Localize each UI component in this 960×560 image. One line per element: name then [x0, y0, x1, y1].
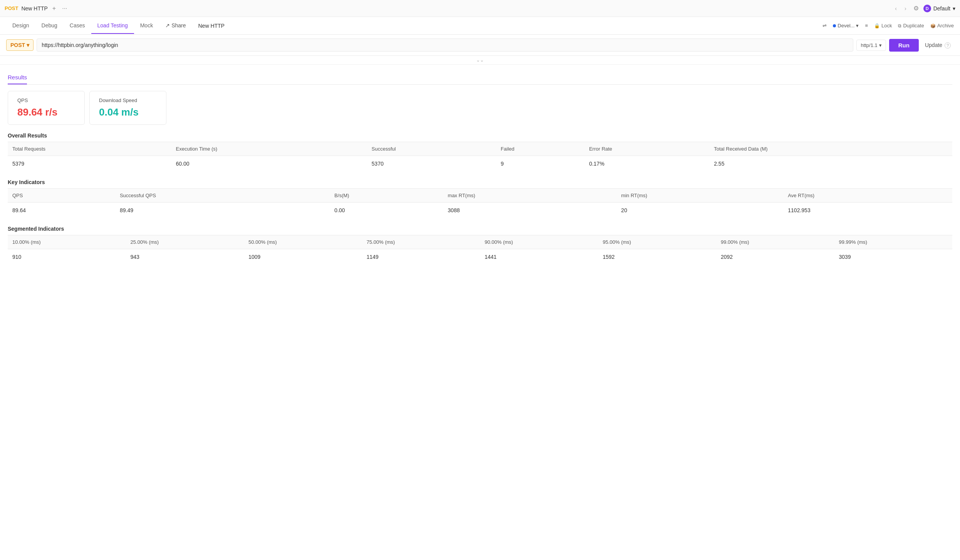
url-input[interactable]	[37, 39, 853, 52]
table-cell: 1009	[244, 249, 362, 265]
nav-forward-button[interactable]: ›	[902, 5, 909, 12]
segmented-indicators-header-row: 10.00% (ms) 25.00% (ms) 50.00% (ms) 75.0…	[8, 235, 952, 249]
update-button[interactable]: Update ?	[922, 40, 954, 51]
col-min-rt: min RT(ms)	[616, 189, 783, 203]
table-cell: 20	[616, 203, 783, 218]
title-bar-right: ‹ › ⚙ D Default ▾	[893, 4, 955, 13]
more-options-button[interactable]: ···	[60, 4, 69, 13]
col-25pct: 25.00% (ms)	[126, 235, 244, 249]
add-tab-button[interactable]: +	[51, 4, 57, 13]
table-cell: 5379	[8, 156, 171, 172]
lock-button[interactable]: Lock	[874, 23, 892, 29]
table-row: 537960.00537090.17%2.55	[8, 156, 952, 172]
duplicate-icon	[898, 23, 901, 29]
col-qps: QPS	[8, 189, 115, 203]
help-icon: ?	[945, 42, 951, 49]
table-cell: 1441	[480, 249, 598, 265]
profile-name: Default	[933, 5, 950, 12]
col-bs-m: B/s(M)	[330, 189, 443, 203]
table-cell: 89.49	[115, 203, 330, 218]
archive-button[interactable]: Archive	[930, 23, 954, 29]
align-icon: ⇌	[822, 23, 827, 29]
col-total-received-data: Total Received Data (M)	[709, 142, 952, 156]
duplicate-button[interactable]: Duplicate	[898, 23, 924, 29]
env-selector[interactable]: Devel... ▾	[833, 23, 859, 29]
results-tabs: Results	[8, 71, 952, 85]
table-cell: 3088	[443, 203, 616, 218]
title-method-badge: POST	[5, 5, 18, 11]
profile-badge[interactable]: D Default ▾	[923, 5, 955, 12]
col-max-rt: max RT(ms)	[443, 189, 616, 203]
table-row: 910943100911491441159220923039	[8, 249, 952, 265]
download-speed-value: 0.04 m/s	[99, 106, 157, 118]
table-cell: 89.64	[8, 203, 115, 218]
download-speed-card: Download Speed 0.04 m/s	[89, 91, 166, 125]
table-cell: 1592	[598, 249, 717, 265]
settings-button[interactable]: ⚙	[912, 4, 920, 13]
lock-icon	[874, 23, 880, 29]
segmented-indicators-table: 10.00% (ms) 25.00% (ms) 50.00% (ms) 75.0…	[8, 235, 952, 265]
request-title: New HTTP	[192, 18, 231, 34]
tab-mock[interactable]: Mock	[134, 18, 159, 34]
method-dropdown-icon: ▾	[27, 42, 29, 48]
method-select[interactable]: POST ▾	[6, 39, 34, 51]
col-ave-rt: Ave RT(ms)	[783, 189, 952, 203]
col-50pct: 50.00% (ms)	[244, 235, 362, 249]
collapse-toggle[interactable]: ⌄⌄	[0, 56, 960, 65]
tab-design[interactable]: Design	[6, 18, 35, 34]
overall-results-header-row: Total Requests Execution Time (s) Succes…	[8, 142, 952, 156]
key-indicators-table: QPS Successful QPS B/s(M) max RT(ms) min…	[8, 188, 952, 218]
col-failed: Failed	[496, 142, 584, 156]
table-cell: 9	[496, 156, 584, 172]
archive-icon	[930, 23, 936, 29]
protocol-select[interactable]: http/1.1 ▾	[856, 40, 886, 51]
col-9999pct: 99.99% (ms)	[834, 235, 953, 249]
tab-cases[interactable]: Cases	[64, 18, 91, 34]
table-cell: 1149	[362, 249, 480, 265]
tab-bar: Design Debug Cases Load Testing Mock ↗ S…	[0, 17, 960, 35]
tab-load-testing[interactable]: Load Testing	[91, 18, 134, 34]
table-cell: 910	[8, 249, 126, 265]
table-cell: 2092	[716, 249, 834, 265]
results-area: Results QPS 89.64 r/s Download Speed 0.0…	[0, 65, 960, 278]
table-cell: 0.17%	[584, 156, 709, 172]
key-indicators-header-row: QPS Successful QPS B/s(M) max RT(ms) min…	[8, 189, 952, 203]
table-cell: 0.00	[330, 203, 443, 218]
qps-value: 89.64 r/s	[17, 106, 75, 118]
col-95pct: 95.00% (ms)	[598, 235, 717, 249]
col-total-requests: Total Requests	[8, 142, 171, 156]
protocol-label: http/1.1	[861, 42, 877, 48]
qps-card: QPS 89.64 r/s	[8, 91, 85, 125]
protocol-dropdown-icon: ▾	[879, 42, 882, 48]
table-cell: 2.55	[709, 156, 952, 172]
env-dropdown-icon: ▾	[856, 23, 859, 29]
download-speed-label: Download Speed	[99, 97, 157, 103]
url-bar: POST ▾ http/1.1 ▾ Run Update ?	[0, 35, 960, 56]
col-error-rate: Error Rate	[584, 142, 709, 156]
profile-dropdown-icon: ▾	[953, 5, 955, 12]
col-99pct: 99.00% (ms)	[716, 235, 834, 249]
align-button[interactable]: ⇌	[822, 23, 827, 29]
align-icon-btn[interactable]: ≡	[865, 23, 868, 29]
qps-label: QPS	[17, 97, 75, 103]
nav-back-button[interactable]: ‹	[893, 5, 899, 12]
table-cell: 1102.953	[783, 203, 952, 218]
key-indicators-header: Key Indicators	[8, 179, 952, 185]
results-tab[interactable]: Results	[8, 71, 27, 84]
method-label: POST	[10, 42, 25, 48]
title-text: New HTTP	[21, 5, 47, 12]
title-bar-left: POST New HTTP + ···	[5, 4, 69, 13]
metrics-cards: QPS 89.64 r/s Download Speed 0.04 m/s	[8, 91, 952, 125]
segmented-indicators-header: Segmented Indicators	[8, 226, 952, 232]
col-successful-qps: Successful QPS	[115, 189, 330, 203]
share-icon: ↗	[165, 22, 170, 29]
title-bar: POST New HTTP + ··· ‹ › ⚙ D Default ▾	[0, 0, 960, 17]
tab-share[interactable]: ↗ Share	[159, 18, 192, 34]
col-90pct: 90.00% (ms)	[480, 235, 598, 249]
run-button[interactable]: Run	[889, 39, 919, 52]
col-successful: Successful	[367, 142, 496, 156]
tab-debug[interactable]: Debug	[35, 18, 64, 34]
table-cell: 943	[126, 249, 244, 265]
col-10pct: 10.00% (ms)	[8, 235, 126, 249]
overall-results-header: Overall Results	[8, 132, 952, 139]
